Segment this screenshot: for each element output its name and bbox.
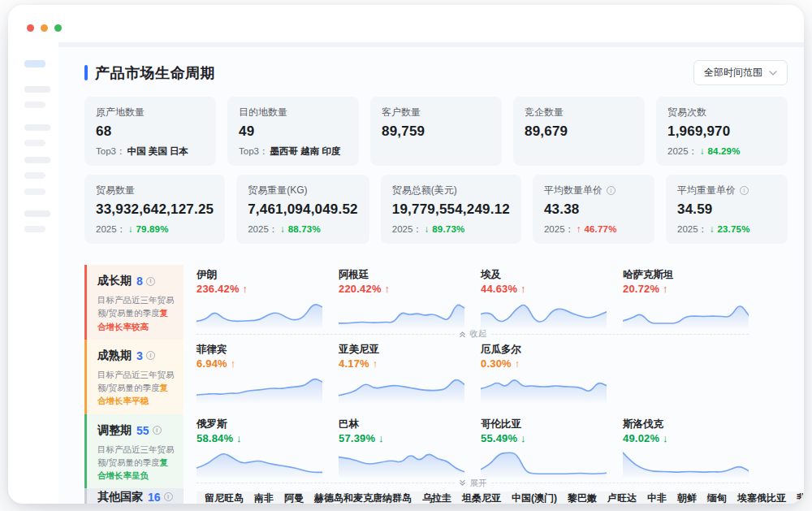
- country-cell[interactable]: 斯洛伐克49.02% ↓: [623, 418, 749, 479]
- other-country-name: 留尼旺岛: [205, 492, 244, 504]
- info-icon[interactable]: [153, 426, 162, 435]
- sidebar-item-skeleton: [24, 188, 45, 195]
- stat-card: 客户数量89,759: [370, 97, 502, 166]
- expand-toggle[interactable]: 展开: [197, 478, 749, 488]
- section-content-adjust: 俄罗斯58.84% ↓巴林57.39% ↓哥伦比亚55.49% ↓斯洛伐克49.…: [184, 414, 788, 489]
- section-title: 成熟期3: [97, 349, 175, 363]
- yoy-year-label: 2025：: [392, 224, 422, 234]
- other-country-name: 埃塞俄比亚: [737, 492, 786, 504]
- trend-down-value: ↓ 23.75%: [710, 224, 750, 234]
- country-cell[interactable]: 厄瓜多尔0.30% ↑: [481, 343, 607, 414]
- time-range-value: 全部时间范围: [704, 66, 762, 80]
- country-growth-pct: 49.02% ↓: [623, 431, 749, 445]
- country-cell[interactable]: 亚美尼亚4.17% ↑: [339, 343, 464, 414]
- country-growth-pct: 55.49% ↓: [481, 431, 607, 445]
- yoy-year-label: 2025：: [677, 224, 707, 234]
- stat-card-value: 89,679: [525, 123, 633, 140]
- country-cell[interactable]: 哈萨克斯坦20.72% ↑: [623, 268, 749, 329]
- maximize-window-icon[interactable]: [54, 24, 62, 32]
- trend-sparkline-chart: [339, 373, 464, 403]
- stat-card-label-text: 平均数量单价: [544, 184, 603, 197]
- country-grid: 伊朗236.42% ↑阿根廷220.42% ↑埃及44.63% ↑哈萨克斯坦20…: [197, 268, 749, 329]
- trend-sparkline-chart: [623, 448, 749, 478]
- country-cell[interactable]: 菲律宾6.94% ↑: [197, 343, 322, 414]
- country-cell[interactable]: 俄罗斯58.84% ↓: [197, 418, 322, 479]
- country-name: 亚美尼亚: [339, 343, 464, 356]
- country-growth-pct: 58.84% ↓: [197, 431, 322, 445]
- stat-card-label: 贸易次数: [667, 106, 776, 119]
- sidebar-item-skeleton: [24, 172, 45, 179]
- section-count: 55: [136, 424, 149, 437]
- stat-card: 目的地数量49Top3：墨西哥 越南 印度: [227, 97, 359, 166]
- sidebar-item-skeleton: [24, 140, 45, 146]
- collapse-toggle[interactable]: 收起: [197, 329, 749, 340]
- stat-card-label-text: 竞企数量: [525, 106, 564, 119]
- trend-sparkline-chart: [197, 298, 322, 328]
- country-cell[interactable]: 阿根廷220.42% ↑: [339, 268, 464, 329]
- country-cell[interactable]: 埃及44.63% ↑: [481, 268, 607, 329]
- page-title-wrap: 产品市场生命周期: [84, 63, 215, 83]
- country-name: 斯洛伐克: [623, 418, 749, 431]
- info-icon[interactable]: [740, 186, 749, 195]
- sidebar-item-skeleton: [24, 102, 45, 108]
- country-cell[interactable]: 巴林57.39% ↓: [339, 418, 464, 479]
- other-country-name: 中非: [647, 492, 667, 504]
- stat-card: 贸易重量(KG)7,461,094,049.522025：↓ 88.73%: [236, 175, 369, 244]
- stat-card-label-text: 贸易数量: [96, 184, 135, 197]
- stat-card: 竞企数量89,679: [513, 97, 645, 166]
- top3-label: Top3：: [239, 146, 268, 156]
- country-growth-pct: 6.94% ↑: [197, 357, 322, 370]
- info-icon[interactable]: [164, 492, 173, 501]
- country-grid: 俄罗斯58.84% ↓巴林57.39% ↓哥伦比亚55.49% ↓斯洛伐克49.…: [197, 418, 749, 479]
- trend-up-value: ↑ 46.77%: [577, 224, 617, 234]
- sidebar: [24, 60, 57, 232]
- stat-card-top3: Top3：墨西哥 越南 印度: [239, 145, 348, 158]
- country-growth-pct: 220.42% ↑: [339, 282, 464, 296]
- sidebar-item-skeleton: [24, 210, 50, 217]
- section-label-card-adjust: 调整期55目标产品近三年贸易额/贸易量的季度复合增长率呈负: [84, 414, 184, 489]
- section-content-mature: 菲律宾6.94% ↑亚美尼亚4.17% ↑厄瓜多尔0.30% ↑: [184, 340, 788, 414]
- other-country-name: 朝鲜: [677, 492, 697, 504]
- yoy-year-label: 2025：: [96, 224, 126, 234]
- main-panel: 产品市场生命周期 全部时间范围 原产地数量68Top3：中国 美国 日本目的地数…: [58, 42, 804, 504]
- stat-card: 贸易数量33,932,642,127.252025：↓ 79.89%: [84, 175, 225, 244]
- stat-card-label: 目的地数量: [239, 106, 348, 119]
- section-title: 调整期55: [97, 423, 175, 438]
- info-icon[interactable]: [607, 186, 615, 195]
- country-cell[interactable]: 伊朗236.42% ↑: [197, 268, 322, 329]
- section-row-mature: 成熟期3目标产品近三年贸易额/贸易量的季度复合增长率平稳菲律宾6.94% ↑亚美…: [84, 340, 788, 414]
- info-icon[interactable]: [146, 277, 155, 286]
- section-content-other: 留尼旺岛南非阿曼赫德岛和麦克唐纳群岛乌拉圭坦桑尼亚中国(澳门)黎巴嫩卢旺达中非朝…: [184, 488, 804, 504]
- other-countries-list: 留尼旺岛南非阿曼赫德岛和麦克唐纳群岛乌拉圭坦桑尼亚中国(澳门)黎巴嫩卢旺达中非朝…: [197, 492, 804, 504]
- info-icon[interactable]: [146, 351, 155, 360]
- trend-sparkline-chart: [481, 448, 607, 478]
- section-name: 其他国家: [97, 490, 143, 504]
- stat-card-label: 客户数量: [382, 106, 490, 119]
- stat-card-label-text: 贸易总额(美元): [392, 184, 457, 197]
- country-cell[interactable]: 哥伦比亚55.49% ↓: [481, 418, 607, 479]
- section-name: 成长期: [97, 274, 132, 288]
- stats-row-1: 原产地数量68Top3：中国 美国 日本目的地数量49Top3：墨西哥 越南 印…: [84, 97, 788, 166]
- close-window-icon[interactable]: [27, 24, 34, 32]
- other-country-name: 黎巴嫩: [568, 492, 597, 504]
- toggle-label: 展开: [470, 478, 487, 489]
- stat-card-value: 89,759: [382, 123, 490, 140]
- section-name: 成熟期: [97, 349, 132, 363]
- stat-card-value: 33,932,642,127.25: [96, 201, 214, 218]
- country-name: 哥伦比亚: [481, 418, 607, 431]
- section-description: 目标产品近三年贸易额/贸易量的季度复合增长率较高: [97, 293, 175, 333]
- other-country-name: 阿曼: [284, 492, 304, 504]
- yoy-year-label: 2025：: [667, 146, 698, 156]
- sidebar-item-skeleton: [24, 157, 50, 163]
- stat-card-value: 7,461,094,049.52: [248, 201, 358, 218]
- trend-sparkline-chart: [481, 298, 607, 328]
- section-description: 目标产品近三年贸易额/贸易量的季度复合增长率平稳: [97, 368, 175, 408]
- section-row-growth: 成长期8目标产品近三年贸易额/贸易量的季度复合增长率较高伊朗236.42% ↑阿…: [84, 265, 788, 340]
- section-description: 目标产品近三年贸易额/贸易量的季度复合增长率呈负: [97, 443, 175, 483]
- country-growth-pct: 57.39% ↓: [339, 431, 464, 445]
- minimize-window-icon[interactable]: [41, 24, 48, 32]
- time-range-select[interactable]: 全部时间范围: [693, 60, 788, 85]
- section-count: 16: [148, 491, 161, 504]
- stat-card-yoy: 2025：↓ 88.73%: [248, 223, 358, 236]
- trend-sparkline-chart: [339, 448, 464, 478]
